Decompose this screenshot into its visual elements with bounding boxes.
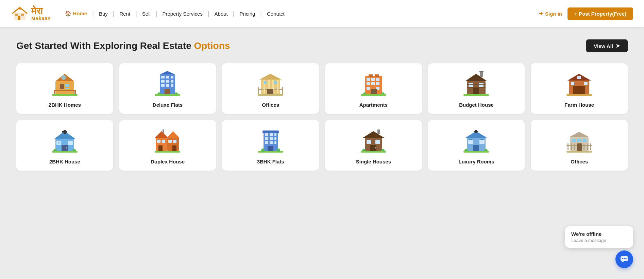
svg-rect-62 [479, 71, 484, 72]
svg-rect-10 [65, 88, 69, 89]
svg-rect-134 [473, 145, 479, 151]
svg-point-124 [375, 147, 376, 148]
nav-contact[interactable]: Contact [264, 9, 288, 19]
svg-rect-42 [274, 81, 277, 84]
svg-rect-6 [55, 81, 74, 95]
svg-rect-98 [168, 140, 172, 143]
nav-home[interactable]: 🏠 Home [62, 8, 90, 19]
svg-rect-49 [371, 82, 375, 85]
property-card-budget-house[interactable]: Budget House [428, 63, 525, 114]
post-property-button[interactable]: + Post Property(Free) [567, 7, 633, 20]
property-card-single-houses[interactable]: Single Houses [325, 120, 422, 171]
property-grid-row1: 2BHK Homes [16, 63, 628, 114]
svg-rect-61 [480, 72, 483, 77]
svg-rect-108 [265, 137, 268, 140]
svg-rect-143 [583, 143, 584, 150]
svg-rect-8 [60, 84, 64, 89]
farm-house-icon [564, 70, 595, 97]
property-card-luxury-rooms[interactable]: Luxury Rooms [428, 120, 525, 171]
chat-bubble: We're offline Leave a message [565, 226, 633, 248]
svg-rect-95 [163, 129, 164, 133]
svg-rect-133 [479, 140, 485, 144]
svg-point-156 [625, 258, 627, 259]
nav-about[interactable]: About [211, 9, 231, 19]
svg-marker-60 [465, 74, 487, 81]
title-part1: Get Started With Exploring [16, 40, 140, 51]
offices-1-label: Offices [262, 102, 279, 108]
svg-rect-137 [463, 151, 489, 153]
property-card-offices-2[interactable]: Offices [531, 120, 628, 171]
svg-rect-18 [161, 76, 165, 79]
svg-rect-47 [376, 78, 379, 81]
svg-rect-34 [258, 87, 259, 95]
svg-rect-65 [479, 83, 484, 87]
svg-rect-24 [161, 84, 165, 87]
nav-buy[interactable]: Buy [96, 9, 111, 19]
svg-rect-9 [65, 84, 69, 87]
svg-marker-119 [362, 131, 385, 138]
svg-rect-40 [267, 89, 273, 95]
svg-rect-122 [375, 140, 380, 144]
nav-pricing[interactable]: Pricing [236, 9, 258, 19]
3bhk-flats-icon [255, 127, 286, 154]
logo[interactable]: मेरा Makaan [11, 6, 51, 21]
svg-rect-151 [566, 151, 592, 153]
svg-rect-82 [62, 131, 67, 133]
svg-rect-145 [590, 143, 591, 150]
single-houses-icon [358, 127, 389, 154]
svg-rect-102 [155, 151, 180, 153]
nav-sell[interactable]: Sell [139, 9, 154, 19]
svg-rect-78 [566, 94, 592, 96]
svg-rect-97 [162, 140, 165, 143]
svg-rect-1 [18, 16, 20, 20]
property-card-offices-1[interactable]: Offices [222, 63, 319, 114]
view-all-label: View All [594, 43, 613, 49]
svg-rect-45 [367, 78, 370, 81]
svg-marker-93 [155, 131, 168, 138]
chat-subtitle: Leave a message [571, 238, 627, 243]
nav-property-services[interactable]: Property Services [159, 9, 206, 19]
svg-rect-27 [165, 89, 170, 95]
single-houses-label: Single Houses [356, 159, 391, 164]
property-card-duplex-house[interactable]: Duplex House [119, 120, 216, 171]
svg-marker-150 [569, 132, 590, 137]
svg-rect-66 [473, 88, 479, 94]
svg-rect-110 [274, 137, 276, 140]
svg-marker-17 [160, 71, 175, 74]
svg-rect-54 [369, 74, 373, 77]
post-property-label: + Post Property(Free) [574, 11, 626, 17]
property-card-3bhk-flats[interactable]: 3BHK Flats [222, 120, 319, 171]
chat-button[interactable] [615, 250, 633, 268]
svg-rect-50 [376, 82, 379, 85]
svg-rect-147 [577, 139, 581, 142]
svg-rect-76 [584, 82, 588, 85]
view-all-button[interactable]: View All ➤ [586, 39, 628, 52]
main-content: Get Started With Exploring Real Estate O… [0, 27, 644, 279]
property-card-farm-house[interactable]: Farm House [531, 63, 628, 114]
property-card-2bhk-homes[interactable]: 2BHK Homes [16, 63, 113, 114]
svg-point-117 [277, 149, 280, 152]
svg-rect-105 [265, 133, 268, 136]
nav-rent[interactable]: Rent [116, 9, 134, 19]
sign-in-button[interactable]: ➜ Sign in [539, 11, 562, 17]
offices-2-icon [564, 127, 595, 154]
property-card-deluxe-flats[interactable]: Deluxe Flats [119, 63, 216, 114]
svg-rect-22 [166, 80, 169, 83]
svg-rect-140 [567, 143, 569, 150]
property-card-2bhk-house[interactable]: 2BHK House [16, 120, 113, 171]
title-estate: Estate [163, 40, 194, 51]
svg-rect-43 [258, 94, 283, 96]
svg-rect-146 [572, 139, 576, 142]
svg-rect-113 [274, 141, 276, 144]
property-card-apartments[interactable]: Apartments [325, 63, 422, 114]
chat-icon [620, 255, 629, 264]
svg-rect-26 [171, 84, 173, 87]
duplex-house-icon [152, 127, 183, 154]
2bhk-house-label: 2BHK House [49, 159, 80, 164]
svg-point-154 [622, 258, 623, 259]
svg-rect-20 [171, 76, 173, 79]
3bhk-flats-label: 3BHK Flats [257, 159, 284, 164]
sign-in-icon: ➜ [539, 11, 543, 17]
deluxe-flats-label: Deluxe Flats [153, 102, 183, 108]
svg-rect-11 [61, 75, 66, 80]
